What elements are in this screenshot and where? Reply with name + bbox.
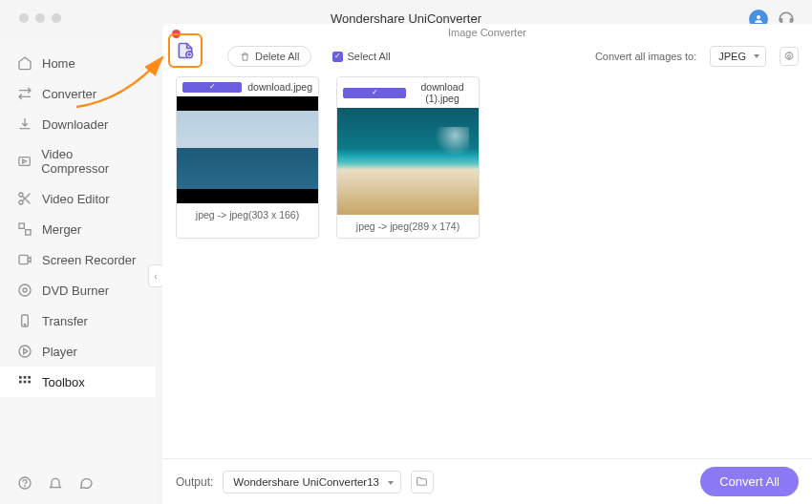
sidebar-label: Downloader [42, 117, 108, 132]
grid-icon [17, 374, 32, 389]
home-icon [17, 55, 32, 71]
sidebar-label: Video Editor [42, 192, 110, 206]
compress-icon [17, 154, 32, 169]
sidebar-label: Home [42, 56, 75, 71]
sidebar-item-compressor[interactable]: Video Compressor [0, 139, 156, 183]
svg-rect-13 [24, 376, 27, 379]
file-name: download.jpeg [247, 81, 312, 93]
file-card[interactable]: download (1).jpeg jpeg -> jpeg(289 x 174… [336, 76, 480, 239]
output-path: Wondershare UniConverter13 [233, 476, 379, 488]
sidebar: Home Converter Downloader Video Compress… [0, 38, 156, 504]
page-title: Image Converter [162, 24, 812, 38]
svg-point-8 [23, 288, 27, 292]
svg-point-21 [788, 55, 791, 58]
thumbnail [337, 108, 479, 215]
sidebar-label: Player [42, 345, 77, 359]
sidebar-label: Video Compressor [41, 147, 139, 176]
open-folder-button[interactable] [411, 471, 434, 494]
output-label: Output: [176, 475, 213, 489]
file-info: jpeg -> jpeg(303 x 166) [177, 203, 318, 226]
scissors-icon [17, 191, 32, 206]
add-file-icon [176, 41, 195, 60]
disc-icon [17, 283, 32, 298]
record-icon [17, 252, 32, 267]
file-card[interactable]: download.jpeg jpeg -> jpeg(303 x 166) [176, 76, 319, 239]
transfer-icon [17, 313, 32, 328]
format-select[interactable]: JPEG [710, 46, 766, 67]
sidebar-label: Transfer [42, 314, 88, 328]
sidebar-label: Merger [42, 222, 81, 237]
select-all-label: Select All [347, 51, 390, 62]
convert-all-button[interactable]: Convert All [700, 467, 799, 496]
file-grid: download.jpeg jpeg -> jpeg(303 x 166) do… [162, 76, 812, 239]
svg-rect-17 [28, 381, 31, 384]
sidebar-item-recorder[interactable]: Screen Recorder [0, 244, 156, 275]
toolbar: Delete All Select All Convert all images… [162, 38, 812, 76]
svg-rect-5 [26, 230, 31, 235]
trash-icon [240, 52, 250, 62]
file-info: jpeg -> jpeg(289 x 174) [337, 215, 479, 238]
select-all-checkbox[interactable]: Select All [332, 51, 390, 62]
output-path-select[interactable]: Wondershare UniConverter13 [223, 471, 401, 494]
svg-point-11 [19, 346, 31, 357]
file-name: download (1).jpeg [412, 81, 473, 104]
sidebar-item-editor[interactable]: Video Editor [0, 183, 156, 214]
folder-icon [416, 475, 428, 488]
sidebar-item-dvd[interactable]: DVD Burner [0, 275, 156, 305]
sidebar-item-converter[interactable]: Converter [0, 78, 156, 109]
feedback-icon[interactable] [78, 475, 94, 491]
merge-icon [17, 221, 32, 237]
sidebar-label: Toolbox [42, 375, 85, 389]
delete-all-button[interactable]: Delete All [227, 46, 311, 67]
add-file-button[interactable] [168, 33, 203, 68]
sidebar-item-toolbox[interactable]: Toolbox [0, 367, 156, 397]
main-panel: Image Converter Delete All Select All Co… [162, 24, 812, 504]
sidebar-label: Screen Recorder [42, 253, 136, 267]
convert-to-label: Convert all images to: [595, 51, 696, 62]
svg-rect-14 [28, 376, 31, 379]
svg-point-0 [757, 15, 760, 19]
sidebar-item-player[interactable]: Player [0, 336, 156, 367]
thumbnail [177, 96, 318, 203]
gear-icon [783, 51, 795, 62]
svg-rect-4 [19, 223, 24, 228]
format-value: JPEG [718, 51, 746, 62]
download-icon [17, 116, 32, 132]
convert-icon [17, 86, 32, 101]
sidebar-item-merger[interactable]: Merger [0, 214, 156, 244]
svg-point-10 [24, 324, 25, 325]
delete-all-label: Delete All [255, 51, 299, 62]
svg-point-7 [19, 284, 31, 296]
svg-rect-12 [19, 376, 22, 379]
sidebar-item-transfer[interactable]: Transfer [0, 305, 156, 336]
sidebar-item-downloader[interactable]: Downloader [0, 109, 156, 139]
help-icon[interactable] [17, 475, 32, 491]
sidebar-item-home[interactable]: Home [0, 48, 156, 78]
svg-point-2 [19, 193, 23, 197]
checkbox-icon[interactable] [343, 88, 406, 98]
checkbox-icon[interactable] [182, 82, 242, 93]
play-icon [17, 344, 32, 359]
settings-button[interactable] [780, 47, 799, 66]
sidebar-label: DVD Burner [42, 284, 109, 298]
checkbox-icon [332, 52, 343, 62]
svg-rect-1 [19, 158, 30, 166]
svg-point-19 [25, 486, 26, 487]
svg-point-3 [19, 200, 23, 204]
sidebar-label: Converter [42, 87, 96, 101]
sidebar-collapse[interactable]: ‹ [148, 264, 163, 287]
bell-icon[interactable] [48, 475, 63, 491]
svg-rect-16 [24, 381, 27, 384]
bottom-bar: Output: Wondershare UniConverter13 Conve… [162, 458, 812, 504]
svg-rect-15 [19, 381, 22, 384]
svg-rect-6 [19, 255, 28, 263]
